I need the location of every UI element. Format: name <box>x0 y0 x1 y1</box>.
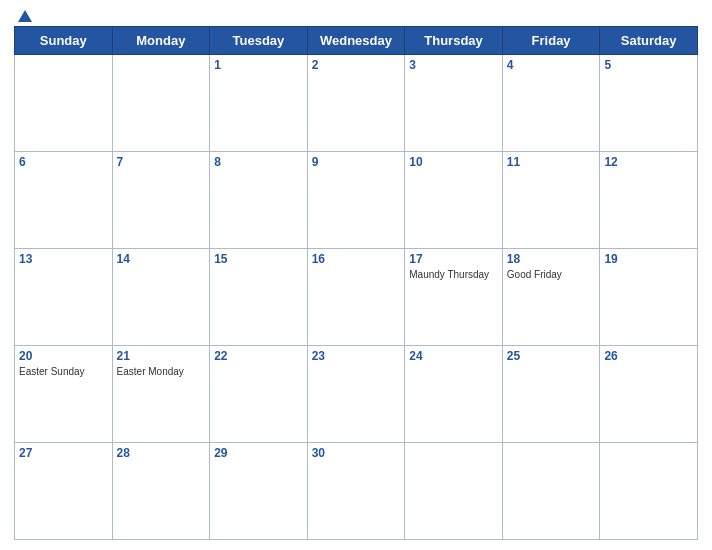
calendar-cell: 20Easter Sunday <box>15 346 113 443</box>
day-number: 19 <box>604 252 693 266</box>
weekday-header: Sunday <box>15 27 113 55</box>
day-number: 23 <box>312 349 401 363</box>
day-number: 25 <box>507 349 596 363</box>
calendar-cell: 17Maundy Thursday <box>405 249 503 346</box>
calendar-cell: 8 <box>210 152 308 249</box>
day-number: 14 <box>117 252 206 266</box>
weekday-header: Saturday <box>600 27 698 55</box>
calendar-cell: 18Good Friday <box>502 249 600 346</box>
weekday-header: Monday <box>112 27 210 55</box>
holiday-label: Easter Monday <box>117 365 206 378</box>
calendar-week-row: 27282930 <box>15 443 698 540</box>
calendar-week-row: 12345 <box>15 55 698 152</box>
calendar-page: SundayMondayTuesdayWednesdayThursdayFrid… <box>0 0 712 550</box>
calendar-cell: 9 <box>307 152 405 249</box>
day-number: 3 <box>409 58 498 72</box>
day-number: 13 <box>19 252 108 266</box>
calendar-cell: 2 <box>307 55 405 152</box>
day-number: 21 <box>117 349 206 363</box>
day-number: 24 <box>409 349 498 363</box>
weekday-header-row: SundayMondayTuesdayWednesdayThursdayFrid… <box>15 27 698 55</box>
day-number: 28 <box>117 446 206 460</box>
day-number: 26 <box>604 349 693 363</box>
logo-triangle-icon <box>18 10 32 22</box>
day-number: 5 <box>604 58 693 72</box>
logo-blue-text <box>14 10 32 22</box>
calendar-cell: 26 <box>600 346 698 443</box>
calendar-cell <box>15 55 113 152</box>
holiday-label: Easter Sunday <box>19 365 108 378</box>
day-number: 10 <box>409 155 498 169</box>
calendar-cell <box>405 443 503 540</box>
calendar-cell: 12 <box>600 152 698 249</box>
calendar-cell: 29 <box>210 443 308 540</box>
calendar-cell: 16 <box>307 249 405 346</box>
calendar-cell: 19 <box>600 249 698 346</box>
day-number: 1 <box>214 58 303 72</box>
day-number: 4 <box>507 58 596 72</box>
calendar-cell: 15 <box>210 249 308 346</box>
top-bar <box>14 10 698 22</box>
day-number: 18 <box>507 252 596 266</box>
day-number: 20 <box>19 349 108 363</box>
calendar-cell: 5 <box>600 55 698 152</box>
calendar-cell: 3 <box>405 55 503 152</box>
calendar-cell: 25 <box>502 346 600 443</box>
weekday-header: Wednesday <box>307 27 405 55</box>
day-number: 22 <box>214 349 303 363</box>
calendar-cell: 6 <box>15 152 113 249</box>
calendar-cell <box>502 443 600 540</box>
calendar-cell <box>112 55 210 152</box>
calendar-week-row: 1314151617Maundy Thursday18Good Friday19 <box>15 249 698 346</box>
day-number: 17 <box>409 252 498 266</box>
day-number: 12 <box>604 155 693 169</box>
calendar-table: SundayMondayTuesdayWednesdayThursdayFrid… <box>14 26 698 540</box>
day-number: 9 <box>312 155 401 169</box>
day-number: 29 <box>214 446 303 460</box>
calendar-week-row: 20Easter Sunday21Easter Monday2223242526 <box>15 346 698 443</box>
calendar-cell <box>600 443 698 540</box>
holiday-label: Good Friday <box>507 268 596 281</box>
weekday-header: Friday <box>502 27 600 55</box>
day-number: 2 <box>312 58 401 72</box>
day-number: 30 <box>312 446 401 460</box>
calendar-cell: 14 <box>112 249 210 346</box>
calendar-cell: 4 <box>502 55 600 152</box>
calendar-week-row: 6789101112 <box>15 152 698 249</box>
day-number: 16 <box>312 252 401 266</box>
weekday-header: Thursday <box>405 27 503 55</box>
day-number: 15 <box>214 252 303 266</box>
day-number: 7 <box>117 155 206 169</box>
calendar-cell: 22 <box>210 346 308 443</box>
day-number: 11 <box>507 155 596 169</box>
calendar-cell: 11 <box>502 152 600 249</box>
weekday-header: Tuesday <box>210 27 308 55</box>
calendar-cell: 21Easter Monday <box>112 346 210 443</box>
calendar-cell: 28 <box>112 443 210 540</box>
logo <box>14 10 32 22</box>
calendar-cell: 24 <box>405 346 503 443</box>
calendar-cell: 23 <box>307 346 405 443</box>
calendar-cell: 7 <box>112 152 210 249</box>
calendar-cell: 13 <box>15 249 113 346</box>
day-number: 6 <box>19 155 108 169</box>
calendar-cell: 1 <box>210 55 308 152</box>
calendar-cell: 30 <box>307 443 405 540</box>
day-number: 27 <box>19 446 108 460</box>
calendar-cell: 27 <box>15 443 113 540</box>
day-number: 8 <box>214 155 303 169</box>
calendar-cell: 10 <box>405 152 503 249</box>
holiday-label: Maundy Thursday <box>409 268 498 281</box>
